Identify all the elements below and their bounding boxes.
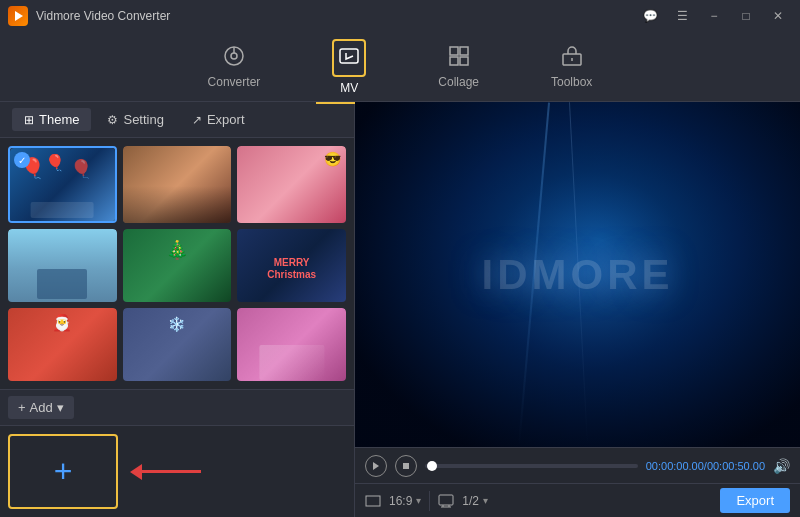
svg-rect-6 bbox=[460, 47, 468, 55]
menu-button[interactable]: ☰ bbox=[668, 6, 696, 26]
converter-icon bbox=[222, 44, 246, 71]
add-dropdown-icon: ▾ bbox=[57, 400, 64, 415]
nav-label-mv: MV bbox=[340, 81, 358, 95]
export-subnav-icon: ↗ bbox=[192, 113, 202, 127]
subnav-theme-label: Theme bbox=[39, 112, 79, 127]
add-button[interactable]: + Add ▾ bbox=[8, 396, 74, 419]
nav-label-toolbox: Toolbox bbox=[551, 75, 592, 89]
stop-button[interactable] bbox=[395, 455, 417, 477]
theme-neat[interactable]: Neat bbox=[123, 146, 232, 223]
svg-rect-13 bbox=[366, 496, 380, 506]
add-label: Add bbox=[30, 400, 53, 415]
export-button[interactable]: Export bbox=[720, 488, 790, 513]
pages-dropdown-icon: ▾ bbox=[483, 495, 488, 506]
nav-item-collage[interactable]: Collage bbox=[422, 36, 495, 97]
bottom-bar: 16:9 ▾ 1/2 ▾ Export bbox=[355, 483, 800, 517]
subnav-export[interactable]: ↗ Export bbox=[180, 108, 257, 131]
arrow-indicator bbox=[130, 464, 201, 480]
theme-santa[interactable]: 🎅 Santa Claus bbox=[8, 308, 117, 381]
ratio-selector[interactable]: 16:9 ▾ bbox=[389, 494, 421, 508]
left-panel: ⊞ Theme ⚙ Setting ↗ Export ✓ 🎈 🎈 bbox=[0, 102, 355, 517]
plus-area: + bbox=[0, 425, 354, 517]
subnav-theme[interactable]: ⊞ Theme bbox=[12, 108, 91, 131]
collage-icon bbox=[447, 44, 471, 71]
app-title: Vidmore Video Converter bbox=[36, 9, 170, 23]
titlebar-left: Vidmore Video Converter bbox=[8, 6, 170, 26]
subnav-export-label: Export bbox=[207, 112, 245, 127]
theme-subnav-icon: ⊞ bbox=[24, 113, 34, 127]
setting-subnav-icon: ⚙ bbox=[107, 113, 118, 127]
subnav-setting[interactable]: ⚙ Setting bbox=[95, 108, 175, 131]
nav-item-mv[interactable]: MV bbox=[316, 31, 382, 103]
main-content: ⊞ Theme ⚙ Setting ↗ Export ✓ 🎈 🎈 bbox=[0, 102, 800, 517]
aspect-icon bbox=[365, 493, 381, 509]
themes-grid: ✓ 🎈 🎈 🎈 Current Neat 😎 bbox=[0, 138, 354, 389]
arrow-line bbox=[141, 470, 201, 473]
mv-icon bbox=[338, 49, 360, 71]
svg-rect-12 bbox=[403, 463, 409, 469]
svg-rect-4 bbox=[340, 49, 358, 63]
close-button[interactable]: ✕ bbox=[764, 6, 792, 26]
theme-stripes[interactable]: Stripes & Waves bbox=[237, 308, 346, 381]
svg-rect-7 bbox=[450, 57, 458, 65]
theme-check-current: ✓ bbox=[14, 152, 30, 168]
nav-item-toolbox[interactable]: Toolbox bbox=[535, 36, 608, 97]
svg-point-2 bbox=[231, 53, 237, 59]
svg-marker-11 bbox=[373, 462, 379, 470]
preview-area: IDMORE bbox=[355, 102, 800, 447]
theme-christmas[interactable]: 🎄 Christmas Eve bbox=[123, 229, 232, 302]
toolbox-icon bbox=[560, 44, 584, 71]
pages-selector[interactable]: 1/2 ▾ bbox=[462, 494, 488, 508]
ratio-dropdown-icon: ▾ bbox=[416, 495, 421, 506]
svg-rect-8 bbox=[460, 57, 468, 65]
progress-bar[interactable] bbox=[425, 464, 638, 468]
top-nav: Converter MV Collage bbox=[0, 32, 800, 102]
theme-simple[interactable]: Simple bbox=[8, 229, 117, 302]
preview-bg: IDMORE bbox=[355, 102, 800, 447]
divider-v1 bbox=[429, 491, 430, 511]
plus-row: + bbox=[8, 434, 346, 509]
plus-icon: + bbox=[54, 453, 73, 490]
ratio-value: 16:9 bbox=[389, 494, 412, 508]
add-bar: + Add ▾ bbox=[0, 389, 354, 425]
nav-label-converter: Converter bbox=[208, 75, 261, 89]
play-button[interactable] bbox=[365, 455, 387, 477]
minimize-button[interactable]: − bbox=[700, 6, 728, 26]
subnav-setting-label: Setting bbox=[123, 112, 163, 127]
sub-nav: ⊞ Theme ⚙ Setting ↗ Export bbox=[0, 102, 354, 138]
svg-marker-0 bbox=[15, 11, 23, 21]
add-plus-icon: + bbox=[18, 400, 26, 415]
svg-rect-5 bbox=[450, 47, 458, 55]
plus-add-box[interactable]: + bbox=[8, 434, 118, 509]
titlebar-controls: 💬 ☰ − □ ✕ bbox=[636, 6, 792, 26]
theme-current[interactable]: ✓ 🎈 🎈 🎈 Current bbox=[8, 146, 117, 223]
preview-watermark: IDMORE bbox=[482, 251, 674, 299]
progress-dot bbox=[427, 461, 437, 471]
nav-item-converter[interactable]: Converter bbox=[192, 36, 277, 97]
maximize-button[interactable]: □ bbox=[732, 6, 760, 26]
nav-label-collage: Collage bbox=[438, 75, 479, 89]
theme-merry[interactable]: MERRYChristmas Merry Christmas bbox=[237, 229, 346, 302]
volume-icon[interactable]: 🔊 bbox=[773, 458, 790, 474]
app-icon bbox=[8, 6, 28, 26]
titlebar: Vidmore Video Converter 💬 ☰ − □ ✕ bbox=[0, 0, 800, 32]
playback-bar: 00:00:00.00/00:00:50.00 🔊 bbox=[355, 447, 800, 483]
right-panel: IDMORE 00:00:00.00/00:00:50.00 🔊 16:9 bbox=[355, 102, 800, 517]
message-button[interactable]: 💬 bbox=[636, 6, 664, 26]
theme-happy[interactable]: 😎 Happy bbox=[237, 146, 346, 223]
time-display: 00:00:00.00/00:00:50.00 bbox=[646, 460, 765, 472]
pages-value: 1/2 bbox=[462, 494, 479, 508]
monitor-icon bbox=[438, 493, 454, 509]
theme-snowy[interactable]: ❄️ Snowy Night bbox=[123, 308, 232, 381]
svg-rect-14 bbox=[439, 495, 453, 505]
